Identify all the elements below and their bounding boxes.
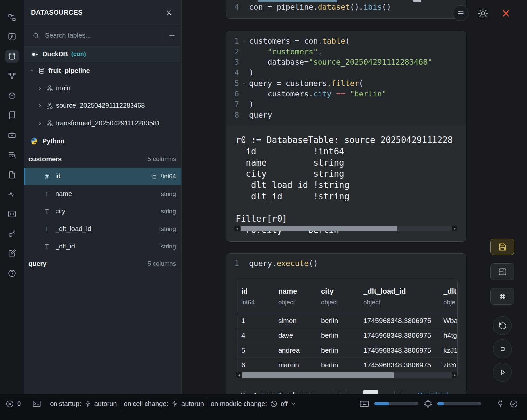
scrollbar-thumb[interactable] — [242, 372, 394, 378]
field-row-_dlt_load_id[interactable]: T_dlt_load_id!string — [24, 220, 181, 238]
stop-button[interactable] — [493, 339, 512, 358]
settings-button[interactable] — [477, 7, 489, 19]
horizontal-scrollbar[interactable] — [234, 226, 457, 231]
status-ok-icon[interactable] — [509, 400, 518, 408]
graph-icon[interactable] — [5, 69, 19, 83]
scroll-right-button[interactable] — [452, 226, 457, 231]
on-cell-change-value: autorun — [181, 400, 204, 408]
keyboard-slider[interactable] — [374, 402, 418, 405]
undo-button[interactable] — [493, 316, 512, 335]
copy-icon[interactable] — [150, 173, 157, 180]
notebook-cell-2: 1query.execute() idint64nameobjectcityob… — [226, 253, 466, 395]
on-module-change-setting[interactable]: on module change: off — [211, 400, 297, 408]
key-icon[interactable] — [5, 227, 19, 240]
field-row-city[interactable]: Tcitystring — [24, 203, 181, 220]
scrollbar-thumb[interactable] — [241, 226, 397, 231]
error-indicator[interactable]: 0 — [5, 400, 21, 408]
package-icon[interactable] — [5, 89, 19, 102]
edit-icon[interactable] — [5, 247, 19, 260]
table-row-query[interactable]: query5 columns — [24, 255, 181, 272]
code-editor[interactable]: 1query.execute() — [226, 254, 466, 269]
engine-row-duckdb[interactable]: DuckDB (con) — [24, 46, 181, 62]
python-runtime-row[interactable]: Python — [24, 132, 181, 150]
on-startup-setting[interactable]: on startup: autorun — [50, 400, 117, 408]
help-icon[interactable] — [5, 267, 19, 280]
keyboard-icon[interactable] — [359, 399, 369, 409]
schema-row-main[interactable]: main — [24, 79, 181, 97]
code-line: 4con = pipeline.dataset().ibis() — [226, 2, 466, 12]
terminal-button[interactable] — [32, 399, 41, 408]
horizontal-scrollbar[interactable] — [236, 372, 457, 378]
schema-row-source_202504291112283468[interactable]: source_202504291112283468 — [24, 97, 181, 114]
activity-icon[interactable] — [5, 188, 19, 201]
field-row-_dlt_id[interactable]: T_dlt_id!string — [24, 238, 181, 255]
column-header-city[interactable]: cityobject — [316, 280, 358, 313]
chevron-down-icon — [291, 401, 297, 407]
column-header-_dlt_load_id[interactable]: _dlt_load_idobject — [358, 280, 438, 313]
table-row[interactable]: 5andreaberlin1745968348.3806975kzJ1 — [236, 343, 458, 358]
function-icon[interactable] — [5, 30, 19, 43]
on-module-change-value: off — [281, 400, 288, 408]
table-row[interactable]: 6marcinberlin1745968348.3806975z8Yo — [236, 358, 458, 372]
add-datasource-button[interactable] — [163, 25, 181, 46]
table-row[interactable]: 1simonberlin1745968348.3806975Wba — [236, 313, 458, 328]
scroll-right-button[interactable] — [452, 372, 457, 378]
connection-icon[interactable] — [496, 400, 505, 408]
close-panel-button[interactable] — [165, 9, 173, 17]
shutdown-button[interactable] — [501, 7, 512, 19]
scroll-left-button[interactable] — [234, 226, 240, 231]
memory-usage-bar[interactable] — [437, 402, 481, 405]
code-line: 4) — [226, 67, 466, 78]
field-row-name[interactable]: Tnamestring — [24, 185, 181, 203]
code-icon[interactable] — [5, 208, 19, 221]
line-number: 1 — [226, 258, 239, 269]
search-row — [24, 25, 181, 46]
field-row-id[interactable]: #id!int64 — [24, 168, 181, 185]
duckdb-logo-icon — [30, 50, 39, 58]
engine-connection-badge: (con) — [71, 51, 86, 57]
undo-icon — [498, 322, 507, 330]
database-icon[interactable] — [5, 50, 19, 63]
fold-spacer — [239, 89, 249, 99]
play-icon — [498, 368, 507, 377]
table-row[interactable]: 4daveberlin1745968348.3806975h4tg — [236, 328, 458, 343]
layout-icon — [498, 267, 507, 276]
command-palette-button[interactable] — [490, 288, 514, 305]
notebook-menu-button[interactable] — [453, 5, 469, 21]
database-icon — [38, 67, 45, 74]
fold-chevron-icon[interactable] — [239, 78, 249, 89]
save-button[interactable] — [490, 239, 514, 255]
run-button[interactable] — [493, 363, 512, 382]
column-header-name[interactable]: nameobject — [273, 280, 316, 313]
file-icon[interactable] — [5, 168, 19, 181]
search-input[interactable] — [45, 32, 163, 39]
list-search-icon[interactable] — [5, 148, 19, 161]
on-startup-label: on startup: — [50, 400, 81, 408]
fold-spacer — [239, 258, 249, 269]
scroll-left-button[interactable] — [236, 372, 242, 378]
column-header-id[interactable]: idint64 — [236, 280, 273, 313]
toolbox-icon[interactable] — [5, 128, 19, 141]
cpu-chip-icon[interactable] — [423, 399, 433, 408]
close-icon — [165, 9, 173, 17]
gear-icon — [477, 8, 489, 19]
code-line: 1customers = con.table( — [226, 36, 466, 46]
line-number: 5 — [226, 78, 239, 89]
tree-icon[interactable] — [5, 11, 19, 24]
code-line: 7) — [226, 99, 466, 110]
field-type: !string — [159, 243, 176, 250]
book-icon[interactable] — [5, 109, 19, 122]
layout-button[interactable] — [490, 263, 514, 280]
database-row-fruit-pipeline[interactable]: fruit_pipeline — [24, 62, 181, 79]
code-editor[interactable]: 1customers = con.table(2 "customers",3 d… — [226, 31, 466, 120]
code-line: 5query = customers.filter( — [226, 78, 466, 89]
table-row-customers[interactable]: customers5 columns — [24, 150, 181, 168]
schema-row-transformed_202504291112283581[interactable]: transformed_202504291112283581 — [24, 114, 181, 132]
on-cell-change-setting[interactable]: on cell change: autorun — [124, 400, 204, 408]
fold-chevron-icon[interactable] — [239, 36, 249, 46]
on-cell-change-label: on cell change: — [124, 400, 168, 408]
line-number: 3 — [226, 57, 239, 67]
column-header-_dlt[interactable]: _dltobje — [438, 280, 458, 313]
code-editor[interactable]: 4con = pipeline.dataset().ibis() — [226, 2, 466, 12]
code-line: 3 database="source_202504291112283468" — [226, 57, 466, 67]
